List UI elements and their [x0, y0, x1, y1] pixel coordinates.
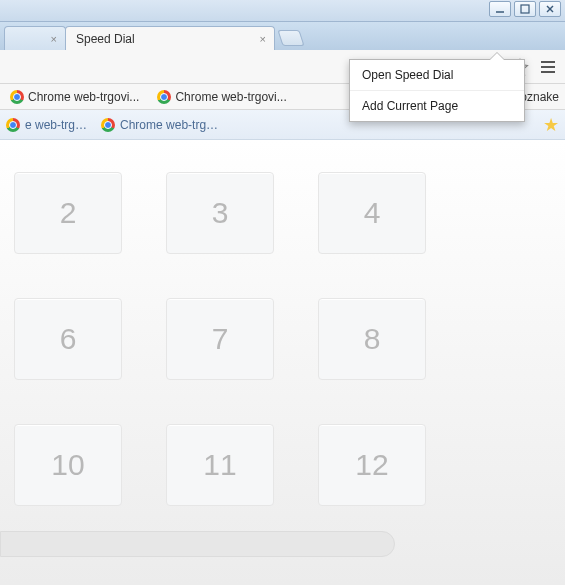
new-tab-button[interactable]	[277, 30, 304, 46]
chrome-favicon-icon	[6, 118, 20, 132]
bookmark-label: Chrome web-trgovi...	[28, 90, 139, 104]
speed-dial-tile[interactable]: 11	[166, 424, 274, 506]
tab-close-icon[interactable]: ×	[258, 33, 268, 45]
speed-dial-tile[interactable]: 2	[14, 172, 122, 254]
chrome-favicon-icon	[10, 90, 24, 104]
popup-add-current-page[interactable]: Add Current Page	[350, 91, 524, 121]
speed-dial-page: 2 3 4 6 7 8 10 11 12	[0, 140, 565, 585]
tab-close-icon[interactable]: ×	[49, 33, 59, 45]
star-icon[interactable]: ★	[543, 114, 559, 136]
svg-rect-1	[521, 5, 529, 13]
bookmark-item[interactable]: Chrome web-trgovi...	[6, 88, 143, 106]
window-close-button[interactable]	[539, 1, 561, 17]
speed-dial-tile[interactable]: 8	[318, 298, 426, 380]
bookmark-item[interactable]: Chrome web-trgovi...	[153, 88, 290, 106]
speed-dial-tile[interactable]: 12	[318, 424, 426, 506]
speed-dial-grid: 2 3 4 6 7 8 10 11 12	[0, 140, 565, 506]
bookmark-label: Chrome web-trgovi...	[175, 90, 286, 104]
browser-tab[interactable]: ×	[4, 26, 66, 50]
tab-strip: × Speed Dial ×	[0, 22, 565, 50]
popup-open-speed-dial[interactable]: Open Speed Dial	[350, 60, 524, 91]
speed-dial-tile[interactable]: 6	[14, 298, 122, 380]
topbar-item[interactable]: Chrome web-trg…	[101, 118, 218, 132]
topbar-label: e web-trg…	[25, 118, 87, 132]
chrome-menu-icon[interactable]	[537, 56, 559, 78]
topbar-item[interactable]: e web-trg…	[6, 118, 87, 132]
extension-popup-menu: Open Speed Dial Add Current Page	[349, 59, 525, 122]
window-maximize-button[interactable]	[514, 1, 536, 17]
topbar-label: Chrome web-trg…	[120, 118, 218, 132]
speed-dial-bottom-bar[interactable]	[0, 531, 395, 557]
speed-dial-tile[interactable]: 4	[318, 172, 426, 254]
window-minimize-button[interactable]	[489, 1, 511, 17]
hamburger-icon	[541, 61, 555, 73]
speed-dial-tile[interactable]: 10	[14, 424, 122, 506]
chrome-favicon-icon	[101, 118, 115, 132]
tab-title: Speed Dial	[76, 32, 135, 46]
speed-dial-tile[interactable]: 7	[166, 298, 274, 380]
browser-tab-active[interactable]: Speed Dial ×	[65, 26, 275, 50]
speed-dial-tile[interactable]: 3	[166, 172, 274, 254]
chrome-favicon-icon	[157, 90, 171, 104]
window-titlebar	[0, 0, 565, 22]
